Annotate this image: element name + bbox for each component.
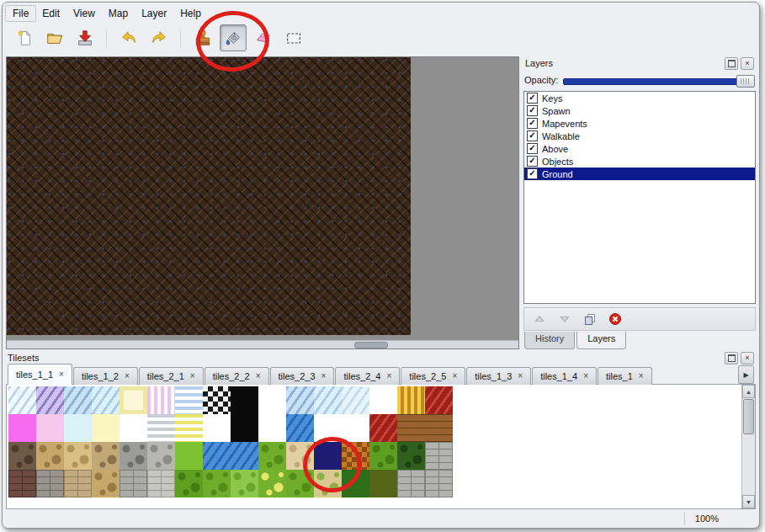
tileset-tile[interactable] [147, 470, 175, 497]
layer-visibility-checkbox[interactable]: ✓ [527, 156, 538, 167]
raise-layer-button[interactable] [531, 311, 548, 327]
tileset-tile[interactable] [314, 414, 342, 442]
tileset-tile[interactable] [8, 414, 36, 442]
tileset-tile[interactable] [258, 414, 286, 442]
tileset-tile[interactable] [92, 386, 120, 414]
tileset-tile[interactable] [175, 442, 203, 470]
tileset-tile[interactable] [203, 414, 231, 442]
tileset-tile[interactable] [203, 386, 231, 414]
tileset-tile[interactable] [175, 470, 203, 497]
tileset-tab-tiles_2_4[interactable]: tiles_2_4× [335, 367, 400, 385]
menu-help[interactable]: Help [173, 6, 208, 21]
tileset-tile[interactable] [231, 470, 258, 497]
tileset-tab-tiles_2_5[interactable]: tiles_2_5× [401, 367, 465, 385]
tileset-tile[interactable] [147, 442, 175, 470]
map-horizontal-scrollbar[interactable] [7, 340, 518, 348]
float-button[interactable] [725, 57, 738, 70]
tab-close-icon[interactable]: × [387, 372, 392, 380]
tileset-tile[interactable] [369, 442, 397, 470]
tileset-tab-tiles_1_4[interactable]: tiles_1_4× [532, 367, 597, 385]
redo-button[interactable] [146, 24, 173, 51]
layer-row-mapevents[interactable]: ✓Mapevents [524, 117, 755, 130]
tileset-tile[interactable] [231, 442, 258, 470]
tab-close-icon[interactable]: × [518, 372, 523, 380]
tileset-tile[interactable] [314, 470, 342, 497]
layer-row-objects[interactable]: ✓Objects [524, 155, 755, 168]
tileset-tile[interactable] [397, 470, 425, 497]
tab-close-icon[interactable]: × [125, 372, 130, 380]
tileset-tab-tiles_1_3[interactable]: tiles_1_3× [466, 367, 531, 385]
scroll-up-button[interactable]: ▲ [742, 385, 755, 398]
tileset-tile[interactable] [36, 414, 64, 442]
open-button[interactable] [41, 24, 68, 51]
tab-close-icon[interactable]: × [321, 372, 327, 380]
tileset-tile[interactable] [342, 386, 369, 414]
tileset-tile[interactable] [147, 414, 175, 442]
tileset-tile[interactable] [175, 414, 203, 442]
scrollbar-handle[interactable] [354, 342, 388, 348]
tileset-tile[interactable] [36, 386, 64, 414]
tileset-tile[interactable] [314, 442, 342, 470]
undo-button[interactable] [115, 24, 142, 51]
tileset-tile[interactable] [203, 442, 231, 470]
tab-close-icon[interactable]: × [452, 372, 457, 380]
tileset-tile[interactable] [342, 442, 369, 470]
tab-close-icon[interactable]: × [59, 370, 64, 379]
scrollbar-track[interactable] [742, 398, 755, 495]
layer-row-spawn[interactable]: ✓Spawn [524, 104, 755, 117]
tileset-vertical-scrollbar[interactable]: ▲ ▼ [741, 385, 755, 508]
tileset-tile[interactable] [286, 386, 314, 414]
tab-close-icon[interactable]: × [256, 372, 261, 380]
tileset-tile[interactable] [92, 442, 120, 470]
map-viewport[interactable] [6, 56, 519, 349]
menu-layer[interactable]: Layer [135, 6, 173, 21]
tab-close-icon[interactable]: × [190, 372, 195, 380]
tileset-tile[interactable] [397, 386, 425, 414]
tileset-tile[interactable] [425, 414, 453, 442]
tileset-tile[interactable] [147, 386, 175, 414]
float-button[interactable] [725, 352, 738, 364]
tileset-tile[interactable] [120, 442, 147, 470]
tileset-tab-tiles_2_1[interactable]: tiles_2_1× [139, 367, 204, 385]
tileset-tile[interactable] [286, 414, 314, 442]
new-button[interactable] [11, 24, 38, 51]
layer-visibility-checkbox[interactable]: ✓ [527, 130, 538, 141]
slider-handle[interactable] [736, 75, 755, 88]
tileset-tile[interactable] [258, 470, 286, 497]
tileset-view[interactable]: ▲ ▼ [6, 384, 756, 509]
tileset-tile[interactable] [120, 386, 147, 414]
menu-view[interactable]: View [66, 6, 102, 21]
layer-visibility-checkbox[interactable]: ✓ [527, 105, 538, 116]
tileset-tile[interactable] [36, 470, 64, 497]
tileset-tile[interactable] [8, 442, 36, 470]
select-button[interactable] [280, 24, 307, 51]
menu-file[interactable]: File [6, 6, 35, 21]
tileset-tile[interactable] [92, 414, 120, 442]
tileset-tile[interactable] [120, 414, 147, 442]
close-button[interactable]: × [741, 57, 754, 70]
scroll-down-button[interactable]: ▼ [742, 495, 755, 508]
tileset-tile[interactable] [286, 442, 314, 470]
save-button[interactable] [72, 24, 98, 51]
tileset-tile[interactable] [397, 414, 425, 442]
tileset-tile[interactable] [64, 442, 92, 470]
tileset-tile[interactable] [231, 386, 258, 414]
tileset-tile[interactable] [231, 414, 258, 442]
tileset-tile[interactable] [120, 470, 147, 497]
tileset-tile[interactable] [64, 470, 92, 497]
delete-layer-button[interactable] [607, 311, 624, 327]
tileset-tab-tiles_2_3[interactable]: tiles_2_3× [270, 367, 335, 385]
tileset-tile[interactable] [203, 470, 231, 497]
tileset-tile[interactable] [425, 386, 453, 414]
map-canvas[interactable] [7, 57, 411, 335]
tileset-tile[interactable] [425, 470, 453, 497]
layer-row-above[interactable]: ✓Above [524, 142, 755, 155]
scrollbar-handle[interactable] [743, 399, 754, 434]
tileset-tile[interactable] [369, 386, 397, 414]
tileset-tile[interactable] [175, 386, 203, 414]
layer-visibility-checkbox[interactable]: ✓ [527, 143, 538, 154]
tileset-tile[interactable] [64, 386, 92, 414]
tileset-tile[interactable] [369, 470, 397, 497]
tileset-tile[interactable] [314, 386, 342, 414]
tab-layers[interactable]: Layers [576, 332, 626, 349]
